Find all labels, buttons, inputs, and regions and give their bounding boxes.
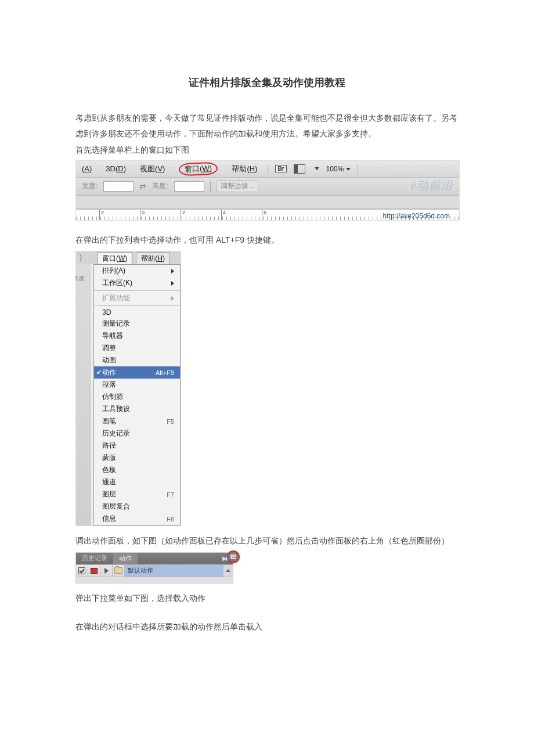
menu-3d[interactable]: 3D(D) bbox=[102, 163, 129, 174]
tab-actions[interactable]: 动作 bbox=[113, 553, 138, 564]
menu-shortcut: F5 bbox=[167, 418, 174, 425]
menu-item-label: 历史记录 bbox=[102, 429, 130, 438]
menu-item-label: 色板 bbox=[102, 465, 116, 475]
chevron-right-icon bbox=[171, 281, 174, 286]
ruler-tick: 6 bbox=[262, 210, 266, 220]
menu-item-label: 工具预设 bbox=[102, 404, 130, 414]
menu-item-label: 仿制源 bbox=[102, 392, 123, 402]
menu-item-label: 排列(A) bbox=[102, 266, 125, 276]
menu-item[interactable]: 工作区(K) bbox=[94, 277, 180, 289]
watermark-text: e动前沿 bbox=[411, 178, 453, 193]
menu-item[interactable]: 导航器 bbox=[94, 330, 180, 342]
menu-item[interactable]: 蒙版 bbox=[94, 452, 180, 464]
menu-item-label: 蒙版 bbox=[102, 453, 116, 463]
menu-item[interactable]: 动画 bbox=[94, 354, 180, 366]
intro-paragraph: 考虑到从多朋友的需要，今天做了常见证件排版动作，说是全集可能也不是很全但大多数都… bbox=[75, 110, 459, 141]
toggle-checkbox[interactable] bbox=[76, 565, 88, 577]
menu-item[interactable]: 工具预设 bbox=[94, 403, 180, 415]
screenshot-actions-panel: 历史记录 动作 ▶▶ 默认动作 bbox=[75, 552, 233, 584]
menu-item-label: 扩展功能 bbox=[102, 293, 130, 303]
panel-blank bbox=[76, 577, 233, 583]
menu-item-label: 3D bbox=[102, 308, 111, 316]
arrange-icon[interactable] bbox=[294, 164, 305, 174]
menu-item[interactable]: 测量记录 bbox=[94, 318, 180, 330]
step2-text: 在弹出的下拉列表中选择动作，也可用 ALT+F9 快捷键。 bbox=[75, 232, 459, 248]
separator bbox=[358, 164, 358, 174]
panel-tabs: 历史记录 动作 ▶▶ bbox=[76, 553, 233, 564]
action-set-row[interactable]: 默认动作 bbox=[76, 564, 233, 577]
ruler: 2 0 2 4 6 http://ake205d6d.com bbox=[76, 209, 459, 220]
menu-item-label: 段落 bbox=[102, 380, 116, 390]
menu-help[interactable]: 帮助(H) bbox=[136, 252, 170, 264]
tab-history[interactable]: 历史记录 bbox=[76, 553, 113, 564]
adjust-edges-button[interactable]: 调整边缘... bbox=[217, 180, 258, 192]
menu-item: 扩展功能 bbox=[94, 292, 180, 304]
separator bbox=[210, 181, 211, 192]
hamburger-icon bbox=[230, 556, 236, 557]
menu-window[interactable]: 窗口(W) bbox=[97, 252, 132, 264]
ruler-tick: 2 bbox=[181, 210, 185, 220]
ruler-tick: 2 bbox=[99, 210, 104, 220]
triangle-up-icon bbox=[226, 569, 230, 572]
options-bar: 宽度: ⇄ 高度: 调整边缘... e动前沿 bbox=[76, 178, 459, 196]
menu-item[interactable]: ✔动作Alt+F9 bbox=[94, 366, 180, 379]
panel-menu-button[interactable] bbox=[227, 550, 240, 563]
menu-help[interactable]: 帮助(H) bbox=[228, 163, 261, 175]
scrollbar-up[interactable] bbox=[223, 565, 233, 577]
menu-item-label: 图层 bbox=[102, 489, 116, 499]
menu-item[interactable]: 路径 bbox=[94, 440, 180, 452]
menu-shortcut: Alt+F9 bbox=[156, 369, 174, 376]
dialog-toggle[interactable] bbox=[88, 565, 100, 577]
chevron-down-icon bbox=[346, 168, 351, 171]
menu-item[interactable]: 仿制源 bbox=[94, 391, 180, 403]
action-set-label: 默认动作 bbox=[124, 565, 223, 577]
red-circle-annotation: 窗口(W) bbox=[179, 162, 218, 176]
folder-cell bbox=[113, 565, 124, 577]
menu-item[interactable]: 图层F7 bbox=[94, 488, 180, 501]
screenshot-dropdown: 5度 ) 窗口(W) 帮助(H) 排列(A)工作区(K)扩展功能3D测量记录导航… bbox=[75, 251, 181, 526]
menu-item[interactable]: 色板 bbox=[94, 464, 180, 476]
step3-text: 调出动作面板，如下图（如动作面板已存在以上几步可省）然后点击动作面板的右上角（红… bbox=[75, 533, 459, 549]
folder-icon bbox=[114, 567, 122, 574]
step1-text: 首先选择菜单栏上的窗口如下图 bbox=[75, 142, 459, 158]
menu-item[interactable]: 信息F8 bbox=[94, 513, 180, 525]
menu-item-label: 调整 bbox=[102, 343, 116, 353]
watermark-url: http://ake205d6d.com bbox=[383, 212, 450, 220]
triangle-right-icon bbox=[104, 568, 109, 574]
step4-text: 弹出下拉菜单如下图，选择载入动作 bbox=[75, 591, 459, 606]
menu-item[interactable]: 历史记录 bbox=[94, 427, 180, 440]
menu-item[interactable]: 通道 bbox=[94, 476, 180, 488]
expand-toggle[interactable] bbox=[100, 565, 113, 577]
bridge-icon[interactable]: Br bbox=[275, 165, 286, 172]
step5-text: 在弹出的对话框中选择所要加载的动作然后单击载入 bbox=[75, 619, 459, 635]
menu-item[interactable]: 3D bbox=[94, 307, 180, 318]
height-field[interactable] bbox=[174, 181, 204, 192]
menu-item[interactable]: 排列(A) bbox=[94, 265, 180, 277]
menu-view[interactable]: 视图(V) bbox=[136, 163, 168, 175]
menu-item-label: 导航器 bbox=[102, 331, 123, 341]
record-icon bbox=[91, 568, 98, 574]
menu-item-label: 通道 bbox=[102, 477, 116, 487]
width-field[interactable] bbox=[103, 181, 134, 192]
chevron-right-icon bbox=[171, 269, 174, 273]
doc-tab-area bbox=[76, 196, 459, 209]
zoom-level[interactable]: 100% bbox=[326, 165, 351, 173]
ruler-tick: 4 bbox=[221, 210, 226, 220]
menu-window[interactable]: 窗口(W) bbox=[175, 161, 221, 177]
menu-a[interactable]: (A) bbox=[78, 163, 95, 174]
menu-item[interactable]: 段落 bbox=[94, 379, 180, 391]
menubar: (A) 3D(D) 视图(V) 窗口(W) 帮助(H) Br bbox=[76, 161, 459, 178]
chevron-right-icon bbox=[171, 296, 174, 301]
menu-item-label: 测量记录 bbox=[102, 319, 130, 329]
menu-item[interactable]: 调整 bbox=[94, 342, 180, 354]
menubar-partial: ) 窗口(W) 帮助(H) bbox=[76, 251, 181, 264]
menu-item-label: 路径 bbox=[102, 441, 116, 451]
menu-item-label: 图层复合 bbox=[102, 502, 130, 512]
swap-icon[interactable]: ⇄ bbox=[139, 182, 146, 191]
menu-item-label: 信息 bbox=[102, 514, 116, 524]
menu-item[interactable]: 画笔F5 bbox=[94, 415, 180, 427]
chevron-down-icon[interactable] bbox=[315, 167, 319, 170]
menu-item[interactable]: 图层复合 bbox=[94, 501, 180, 513]
menu-item-label: 动作 bbox=[102, 368, 116, 377]
menu-item-label: 工作区(K) bbox=[102, 278, 132, 288]
